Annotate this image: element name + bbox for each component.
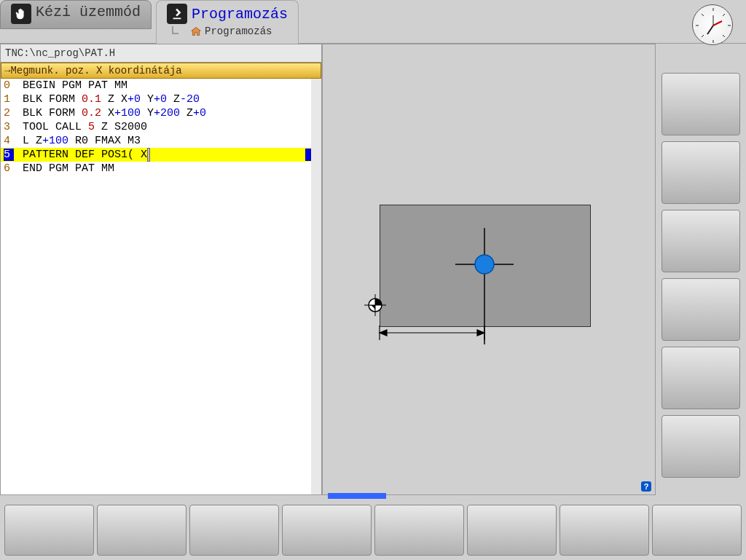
b-softkey-1[interactable] [4,505,94,556]
line-tail [305,149,311,161]
progress-indicator [328,493,386,499]
v-softkey-1[interactable] [661,73,740,135]
vertical-softkey-bar [656,44,746,495]
line-number: 5 [4,149,14,161]
breadcrumb-connector-icon [170,26,187,36]
line-content: BLK FORM 0.2 X+100 Y+200 Z+0 [23,107,206,119]
b-softkey-6[interactable] [467,505,557,556]
file-path: TNC:\nc_prog\PAT.H [1,44,321,63]
code-editor-pane: TNC:\nc_prog\PAT.H →Megmunk. poz. X koor… [0,44,322,495]
v-softkey-6[interactable] [661,415,740,478]
b-softkey-7[interactable] [560,505,649,556]
hand-icon [11,4,31,24]
line-number: 2 [4,107,14,119]
mode-label-programming: Programozás [192,6,288,23]
code-line[interactable]: 0BEGIN PGM PAT MM [1,79,311,92]
v-softkey-3[interactable] [661,210,740,272]
b-softkey-4[interactable] [282,505,372,556]
code-line[interactable]: 1BLK FORM 0.1 Z X+0 Y+0 Z-20 [1,92,311,106]
scrollbar-thumb[interactable] [313,80,320,124]
line-content: L Z+100 R0 FMAX M3 [23,135,141,147]
v-softkey-5[interactable] [661,347,740,409]
line-content: PATTERN DEF POS1( X [23,149,150,161]
b-softkey-2[interactable] [97,505,186,556]
code-line[interactable]: 5PATTERN DEF POS1( X [1,148,311,162]
target-point-icon [475,255,494,274]
code-line[interactable]: 3TOOL CALL 5 Z S2000 [1,120,311,134]
b-softkey-3[interactable] [189,505,279,556]
code-line[interactable]: 2BLK FORM 0.2 X+100 Y+200 Z+0 [1,106,311,120]
svg-line-4 [702,14,704,16]
top-bar: Kézi üzemmód Programozás Programozás [0,0,746,44]
line-number: 4 [4,135,14,147]
b-softkey-8[interactable] [652,505,742,556]
origin-marker-icon [364,294,386,316]
dimension-arrow [380,326,484,340]
line-number: 6 [4,162,14,175]
line-content: TOOL CALL 5 Z S2000 [23,121,147,133]
line-content: END PGM PAT MM [23,162,114,175]
svg-line-7 [723,14,725,16]
svg-line-9 [707,25,713,34]
help-icon[interactable]: ? [641,481,651,492]
input-cursor[interactable] [147,148,150,162]
graphics-pane [322,44,656,495]
b-softkey-5[interactable] [374,505,464,556]
v-softkey-4[interactable] [661,278,740,341]
v-softkey-2[interactable] [661,141,740,204]
mode-tab-manual[interactable]: Kézi üzemmód [0,0,152,29]
clock-icon [692,4,733,45]
mode-label-manual: Kézi üzemmód [36,4,141,20]
line-number: 1 [4,93,14,106]
line-content: BLK FORM 0.1 Z X+0 Y+0 Z-20 [23,93,200,106]
svg-line-6 [702,35,704,37]
code-line[interactable]: 6END PGM PAT MM [1,162,311,176]
input-prompt: →Megmunk. poz. X koordinátája [1,63,321,79]
bottom-softkey-bar [0,500,746,560]
main-area: TNC:\nc_prog\PAT.H →Megmunk. poz. X koor… [0,44,746,495]
code-line[interactable]: 4L Z+100 R0 FMAX M3 [1,134,311,148]
program-icon [167,4,187,24]
line-number: 3 [4,121,14,133]
svg-line-8 [713,21,722,25]
home-icon [190,26,202,36]
svg-line-5 [723,35,725,37]
graphics-overlay [323,44,629,423]
code-body[interactable]: 0BEGIN PGM PAT MM1BLK FORM 0.1 Z X+0 Y+0… [1,79,321,494]
line-content: BEGIN PGM PAT MM [23,79,127,92]
breadcrumb: Programozás [170,25,288,37]
mode-tab-programming[interactable]: Programozás Programozás [156,0,299,44]
line-number: 0 [4,79,14,92]
